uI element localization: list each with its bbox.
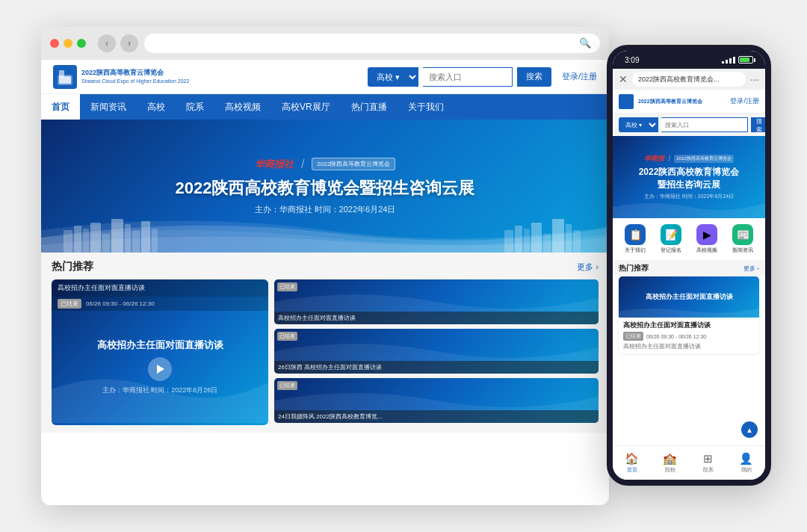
dept-nav-icon: ⊞ bbox=[703, 452, 713, 466]
back-arrow[interactable]: ‹ bbox=[98, 34, 116, 52]
nav-item-home[interactable]: 首页 bbox=[41, 94, 80, 120]
phone-address-bar[interactable]: 2022陕西高校教育博览会... bbox=[632, 72, 746, 87]
main-video-host: 主办：华商报社 时间：2022年6月26日 bbox=[102, 386, 218, 395]
side-ended-badge-1: 已结束 bbox=[277, 282, 297, 291]
dot-close[interactable] bbox=[50, 39, 59, 48]
browser-window: ‹ › 🔍 2022陕西高等教育云博览会 Shaanxi Cloud Expo … bbox=[41, 27, 609, 505]
phone-video-info: 高校招办主任面对面直播访谈 已结束 06/26 09:30 - 06/26 12… bbox=[619, 318, 759, 353]
svg-rect-11 bbox=[141, 221, 150, 253]
search-icon: 🔍 bbox=[579, 37, 591, 49]
hot-header: 热门推荐 更多 › bbox=[52, 260, 599, 273]
phone-search-select[interactable]: 高校 ▾ bbox=[619, 117, 658, 132]
site-nav: 首页 新闻资讯 高校 院系 高校视频 高校VR展厅 热门直播 关于我们 bbox=[41, 94, 609, 120]
school-nav-icon: 🏫 bbox=[663, 452, 677, 466]
phone-icon-about[interactable]: 📋 关于我们 bbox=[625, 224, 646, 254]
phone-hot-title: 热门推荐 bbox=[619, 263, 649, 273]
hero-logo2: 2022陕西高等教育云博览会 bbox=[312, 158, 395, 170]
hot-title: 热门推荐 bbox=[52, 260, 93, 273]
register-label: 登记报名 bbox=[661, 247, 681, 254]
browser-traffic-lights bbox=[50, 39, 86, 48]
phone-icon-register[interactable]: 📝 登记报名 bbox=[661, 224, 681, 254]
scroll-to-top-button[interactable]: ▲ bbox=[741, 421, 758, 438]
nav-item-vr[interactable]: 高校VR展厅 bbox=[271, 94, 341, 120]
phone-hero: 华商报 / 2022陕西高等教育云博览会 2022陕西高校教育博览会 暨招生咨询… bbox=[613, 136, 765, 218]
phone-site-header: 2022陕西高等教育云博览会 登录/注册 bbox=[613, 90, 765, 114]
side-video-card-1[interactable]: 已结束 高校招办主任面对面直播访谈 bbox=[274, 279, 599, 324]
phone-hero-title: 2022陕西高校教育博览会 暨招生咨询云展 bbox=[639, 166, 740, 191]
phone-login-button[interactable]: 登录/注册 bbox=[730, 96, 759, 106]
phone-search-bar: 高校 ▾ 搜索 bbox=[613, 114, 765, 136]
forward-arrow[interactable]: › bbox=[120, 34, 138, 52]
nav-arrows: ‹ › bbox=[98, 34, 138, 52]
phone-nav-profile[interactable]: 👤 我的 bbox=[727, 446, 765, 480]
logo-icon bbox=[53, 65, 77, 89]
phone-nav-dept[interactable]: ⊞ 院系 bbox=[689, 446, 727, 480]
svg-rect-4 bbox=[74, 226, 81, 253]
phone-icon-video[interactable]: ▶ 高校视频 bbox=[696, 224, 717, 254]
play-triangle-icon bbox=[157, 365, 164, 374]
hero-logo1: 华商报社 bbox=[255, 158, 294, 171]
dept-nav-label: 院系 bbox=[703, 466, 714, 474]
phone-search-button[interactable]: 搜索 bbox=[751, 117, 767, 132]
svg-rect-14 bbox=[515, 226, 522, 253]
video-time: 06/26 09:30 - 06/26 12:30 bbox=[86, 300, 155, 307]
phone-battery-icon bbox=[738, 56, 753, 64]
dot-maximize[interactable] bbox=[77, 39, 86, 48]
search-button[interactable]: 搜索 bbox=[517, 67, 551, 87]
nav-item-news[interactable]: 新闻资讯 bbox=[80, 94, 137, 120]
search-category-select[interactable]: 高校 ▾ bbox=[368, 67, 418, 87]
phone-video-time: 06/26 09:30 - 06/26 12:30 bbox=[646, 334, 706, 339]
phone-status-bar: 3:09 bbox=[613, 51, 765, 69]
hot-more-link[interactable]: 更多 › bbox=[577, 262, 599, 273]
phone-hot-more[interactable]: 更多 › bbox=[743, 265, 759, 273]
hero-subtitle: 主办：华商报社 时间：2022年6月24日 bbox=[255, 204, 396, 215]
hot-content: 高校招办主任面对面直播访谈 已结束 06/26 09:30 - 06/26 12… bbox=[52, 279, 599, 425]
side-videos: 已结束 高校招办主任面对面直播访谈 已结束 26日陕西 高校招办主任面对面直播访… bbox=[274, 279, 599, 425]
logo-text: 2022陕西高等教育云博览会 Shaanxi Cloud Expo of Hig… bbox=[81, 69, 189, 84]
svg-rect-20 bbox=[573, 230, 581, 253]
phone-close-button[interactable]: ✕ bbox=[619, 73, 628, 85]
video-label: 高校视频 bbox=[696, 247, 717, 254]
news-label: 新闻资讯 bbox=[732, 247, 753, 254]
login-button[interactable]: 登录/注册 bbox=[562, 71, 597, 82]
register-icon: 📝 bbox=[661, 224, 681, 245]
phone-logo-text: 2022陕西高等教育云博览会 bbox=[638, 98, 702, 105]
phone-menu-button[interactable]: ··· bbox=[750, 73, 759, 85]
play-button[interactable] bbox=[148, 357, 172, 381]
nav-item-departments[interactable]: 院系 bbox=[176, 94, 214, 120]
video-tag-bar: 高校招办主任面对面直播访谈 bbox=[52, 279, 268, 297]
nav-item-schools[interactable]: 高校 bbox=[137, 94, 176, 120]
phone-video-thumb-title: 高校招办主任面对面直播访谈 bbox=[646, 292, 733, 302]
dot-minimize[interactable] bbox=[64, 39, 72, 48]
phone-video-card[interactable]: 高校招办主任面对面直播访谈 高校招办主任面对面直播访谈 已结束 06/26 09… bbox=[619, 276, 759, 353]
nav-item-video[interactable]: 高校视频 bbox=[214, 94, 271, 120]
hot-section: 热门推荐 更多 › 高校招办主任面对面直播访谈 已结束 06/26 09:30 … bbox=[41, 253, 609, 433]
address-bar[interactable]: 🔍 bbox=[144, 34, 600, 53]
main-video-title: 高校招办主任面对面直播访谈 bbox=[97, 338, 223, 352]
nav-item-about[interactable]: 关于我们 bbox=[398, 94, 454, 120]
svg-rect-12 bbox=[152, 229, 158, 253]
nav-item-live[interactable]: 热门直播 bbox=[341, 94, 398, 120]
phone-icon-news[interactable]: 📰 新闻资讯 bbox=[732, 224, 753, 254]
site-logo: 2022陕西高等教育云博览会 Shaanxi Cloud Expo of Hig… bbox=[53, 65, 189, 89]
phone-hero-logos: 华商报 / 2022陕西高等教育云博览会 bbox=[644, 154, 733, 164]
search-input[interactable] bbox=[423, 67, 513, 87]
phone-quick-icons: 📋 关于我们 📝 登记报名 ▶ 高校视频 📰 新闻资讯 bbox=[613, 218, 765, 260]
news-icon: 📰 bbox=[732, 224, 753, 245]
phone-mockup: 3:09 ✕ 2022陕西高校教育博览会... ··· 2022陕西高等教育云博… bbox=[607, 45, 771, 486]
svg-rect-2 bbox=[59, 76, 71, 84]
battery-fill bbox=[740, 58, 749, 62]
main-video-card[interactable]: 高校招办主任面对面直播访谈 已结束 06/26 09:30 - 06/26 12… bbox=[52, 279, 268, 425]
phone-nav-home[interactable]: 🏠 首页 bbox=[613, 446, 651, 480]
phone-video-info-title: 高校招办主任面对面直播访谈 bbox=[623, 321, 755, 330]
side-video-card-2[interactable]: 已结束 26日陕西 高校招办主任面对面直播访谈 bbox=[274, 329, 599, 374]
profile-nav-label: 我的 bbox=[741, 466, 752, 474]
main-video-body: 高校招办主任面对面直播访谈 主办：华商报社 时间：2022年6月26日 bbox=[52, 311, 268, 423]
side-video-card-3[interactable]: 已结束 24日我摄阵风 2022陕西高校教育博览... bbox=[274, 378, 599, 423]
svg-rect-19 bbox=[566, 224, 572, 253]
svg-rect-16 bbox=[531, 223, 542, 253]
video-icon: ▶ bbox=[696, 224, 717, 245]
hero-logos: 华商报社 / 2022陕西高等教育云博览会 bbox=[255, 158, 395, 171]
phone-nav-school[interactable]: 🏫 院校 bbox=[651, 446, 689, 480]
phone-search-input[interactable] bbox=[661, 117, 748, 132]
